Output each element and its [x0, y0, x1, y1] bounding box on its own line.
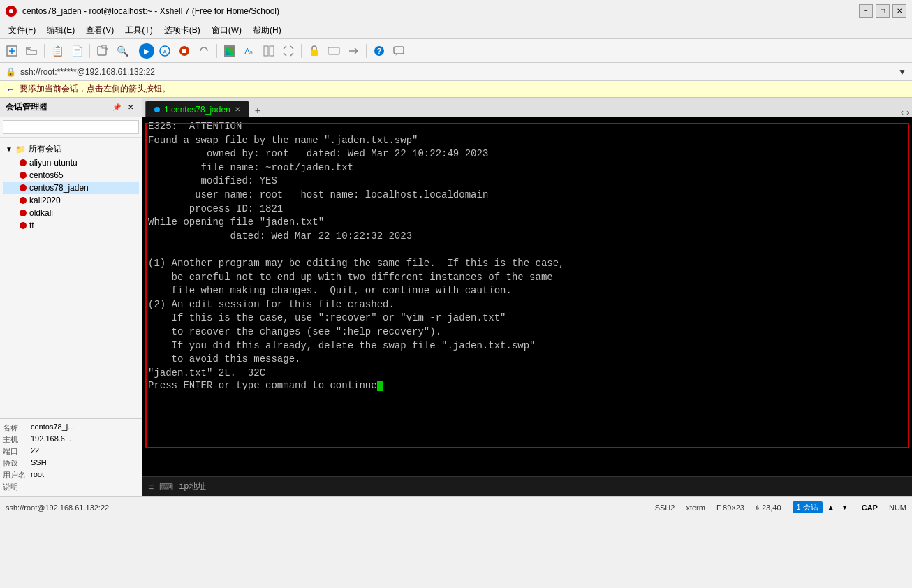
menu-tabs[interactable]: 选项卡(B)	[159, 23, 206, 38]
toolbar-open-btn[interactable]	[22, 42, 41, 60]
toolbar-sep-2	[89, 44, 90, 58]
menu-window[interactable]: 窗口(W)	[206, 23, 247, 38]
command-bar: ≡ ⌨ ip地址	[142, 476, 912, 496]
toolbar-connect-btn[interactable]: ▶	[139, 43, 154, 59]
toolbar-paste-btn[interactable]: 📄	[68, 42, 86, 60]
sidebar-pin-button[interactable]: 📌	[111, 102, 122, 113]
tree-group-all-sessions: ▼ 📁 所有会话 aliyun-utuntu centos65 centos78…	[0, 140, 142, 233]
svg-text:▶: ▶	[144, 47, 150, 55]
toolbar-color-btn[interactable]	[221, 42, 239, 60]
maximize-button[interactable]: □	[876, 4, 890, 18]
prop-label-username: 用户名	[3, 470, 28, 480]
title-text: centos78_jaden - root@localhost:~ - Xshe…	[22, 6, 279, 16]
sidebar-title: 会话管理器	[6, 101, 47, 113]
toolbar-help-btn[interactable]: ?	[370, 42, 388, 60]
list-item[interactable]: aliyun-utuntu	[3, 156, 139, 169]
tab-label: 1 centos78_jaden	[164, 105, 230, 115]
svg-point-1	[9, 9, 13, 13]
toolbar-stop-btn[interactable]	[175, 42, 193, 60]
session-label: tt	[29, 221, 34, 230]
toolbar-settings-btn[interactable]	[94, 42, 112, 60]
lock-icon: 🔒	[6, 67, 16, 77]
toolbar-layout-btn[interactable]	[260, 42, 278, 60]
terminal-prompt-text: Press ENTER or type command to continue	[148, 380, 377, 391]
address-dropdown[interactable]: ▼	[898, 67, 906, 77]
close-button[interactable]: ✕	[892, 4, 906, 18]
toolbar-sep-6	[366, 44, 367, 58]
tree-group-header[interactable]: ▼ 📁 所有会话	[3, 142, 139, 156]
sidebar-search-input[interactable]	[3, 120, 139, 134]
sidebar-tree: ▼ 📁 所有会话 aliyun-utuntu centos65 centos78…	[0, 138, 142, 418]
prop-row-name: 名称 centos78_j...	[3, 422, 139, 434]
toolbar-expand-btn[interactable]	[279, 42, 297, 60]
sidebar-header: 会话管理器 📌 ✕	[0, 98, 142, 117]
status-encoding: xterm	[686, 504, 705, 512]
tab-add-button[interactable]: +	[251, 103, 265, 117]
status-cap-indicator: CAP	[862, 504, 878, 512]
svg-rect-19	[328, 47, 339, 54]
session-status-dot	[20, 184, 27, 191]
tab-close-button[interactable]: ✕	[235, 105, 240, 113]
content-area: 1 centos78_jaden ✕ + ‹ › E325: ATTENTION…	[142, 98, 912, 496]
toolbar-keyboard-btn[interactable]	[325, 42, 343, 60]
tab-nav-right-button[interactable]: ›	[906, 108, 909, 117]
toolbar-copy-btn[interactable]: 📋	[48, 42, 66, 60]
minimize-button[interactable]: −	[859, 4, 873, 18]
toolbar-chat-btn[interactable]	[390, 42, 408, 60]
tree-expand-icon: ▼	[6, 145, 13, 153]
session-label: oldkali	[29, 208, 53, 218]
session-info-bar: ← 要添加当前会话，点击左侧的箭头按钮。	[0, 81, 912, 98]
terminal-content: E325: ATTENTION Found a swap file by the…	[148, 120, 906, 380]
toolbar-new-btn[interactable]	[3, 42, 21, 60]
toolbar-script-btn[interactable]: A	[156, 42, 174, 60]
toolbar-zoom-btn[interactable]: 🔍	[113, 42, 131, 60]
svg-rect-17	[270, 46, 274, 56]
menu-bar: 文件(F) 编辑(E) 查看(V) 工具(T) 选项卡(B) 窗口(W) 帮助(…	[0, 22, 912, 39]
list-item[interactable]: oldkali	[3, 207, 139, 219]
menu-file[interactable]: 文件(F)	[3, 23, 41, 38]
prop-label-name: 名称	[3, 422, 28, 433]
toolbar-arrow-btn[interactable]	[344, 42, 362, 60]
terminal[interactable]: E325: ATTENTION Found a swap file by the…	[142, 117, 912, 476]
menu-view[interactable]: 查看(V)	[80, 23, 119, 38]
menu-tools[interactable]: 工具(T)	[119, 23, 158, 38]
prop-value-protocol: SSH	[31, 458, 47, 469]
prop-row-description: 说明	[3, 481, 139, 493]
list-item[interactable]: centos65	[3, 169, 139, 182]
session-label: kali2020	[29, 196, 61, 205]
svg-rect-7	[102, 45, 106, 48]
main-area: 会话管理器 📌 ✕ ▼ 📁 所有会话 aliyun-utuntu	[0, 98, 912, 496]
toolbar-lock-btn[interactable]	[305, 42, 323, 60]
list-item[interactable]: tt	[3, 219, 139, 232]
terminal-last-line: Press ENTER or type command to continue	[148, 380, 906, 391]
tab-status-dot	[154, 107, 160, 112]
toolbar-font-btn[interactable]: Aa	[240, 42, 258, 60]
status-protocol: SSH2	[655, 504, 675, 512]
sidebar-header-controls: 📌 ✕	[111, 102, 136, 113]
svg-rect-18	[311, 50, 318, 56]
address-text: ssh://root:******@192.168.61.132:22	[20, 67, 894, 77]
sidebar: 会话管理器 📌 ✕ ▼ 📁 所有会话 aliyun-utuntu	[0, 98, 142, 496]
status-bar: ssh://root@192.168.61.132:22 SSH2 xterm …	[0, 496, 912, 518]
session-status-dot	[20, 222, 27, 229]
session-label: aliyun-utuntu	[29, 158, 78, 168]
session-label: centos65	[29, 170, 64, 180]
menu-edit[interactable]: 编辑(E)	[41, 23, 80, 38]
sidebar-close-button[interactable]: ✕	[125, 102, 136, 113]
command-keyboard-icon[interactable]: ⌨	[159, 481, 173, 492]
list-item[interactable]: centos78_jaden	[3, 182, 139, 194]
svg-text:?: ?	[377, 47, 382, 55]
prop-value-host: 192.168.6...	[31, 434, 71, 445]
command-input-text: ip地址	[179, 480, 205, 492]
tab-centos78[interactable]: 1 centos78_jaden ✕	[145, 101, 249, 117]
add-session-arrow-icon[interactable]: ←	[6, 84, 15, 95]
toolbar: 📋 📄 🔍 ▶ A Aa ?	[0, 39, 912, 63]
list-item[interactable]: kali2020	[3, 194, 139, 207]
prop-value-port: 22	[31, 446, 39, 457]
command-menu-icon[interactable]: ≡	[148, 481, 154, 492]
status-nav-down-button[interactable]: ▼	[839, 502, 851, 513]
menu-help[interactable]: 帮助(H)	[247, 23, 287, 38]
toolbar-reconnect-btn[interactable]	[195, 42, 213, 60]
status-nav-up-button[interactable]: ▲	[825, 502, 837, 513]
tab-nav-left-button[interactable]: ‹	[901, 108, 904, 117]
